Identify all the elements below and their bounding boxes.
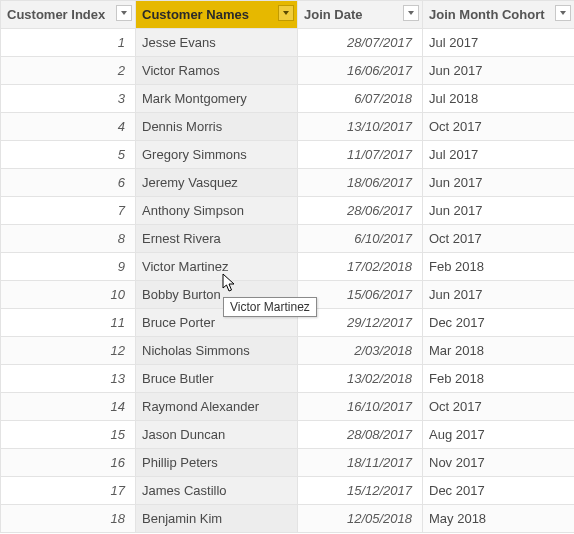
cell-index[interactable]: 13 xyxy=(1,365,136,393)
cell-name[interactable]: Jesse Evans xyxy=(136,29,298,57)
cell-index[interactable]: 3 xyxy=(1,85,136,113)
cell-name[interactable]: Victor Ramos xyxy=(136,57,298,85)
cell-name[interactable]: Jeremy Vasquez xyxy=(136,169,298,197)
column-header-join-month-cohort[interactable]: Join Month Cohort xyxy=(423,1,575,29)
cell-cohort[interactable]: Aug 2017 xyxy=(423,421,575,449)
table-body: 1Jesse Evans28/07/2017Jul 20172Victor Ra… xyxy=(1,29,575,533)
cell-cohort[interactable]: Jun 2017 xyxy=(423,197,575,225)
cell-cohort[interactable]: Jul 2017 xyxy=(423,29,575,57)
cell-date[interactable]: 18/11/2017 xyxy=(298,449,423,477)
cell-date[interactable]: 28/08/2017 xyxy=(298,421,423,449)
cell-index[interactable]: 15 xyxy=(1,421,136,449)
cell-name[interactable]: Dennis Morris xyxy=(136,113,298,141)
cell-name[interactable]: Jason Duncan xyxy=(136,421,298,449)
table-row[interactable]: 17James Castillo15/12/2017Dec 2017 xyxy=(1,477,575,505)
chevron-down-icon xyxy=(282,9,290,17)
cell-date[interactable]: 16/10/2017 xyxy=(298,393,423,421)
cell-date[interactable]: 2/03/2018 xyxy=(298,337,423,365)
cell-index[interactable]: 6 xyxy=(1,169,136,197)
table-row[interactable]: 6Jeremy Vasquez18/06/2017Jun 2017 xyxy=(1,169,575,197)
table-row[interactable]: 8Ernest Rivera6/10/2017Oct 2017 xyxy=(1,225,575,253)
table-row[interactable]: 2Victor Ramos16/06/2017Jun 2017 xyxy=(1,57,575,85)
table-row[interactable]: 9Victor Martinez17/02/2018Feb 2018 xyxy=(1,253,575,281)
cell-index[interactable]: 18 xyxy=(1,505,136,533)
table-row[interactable]: 3Mark Montgomery6/07/2018Jul 2018 xyxy=(1,85,575,113)
cell-date[interactable]: 17/02/2018 xyxy=(298,253,423,281)
cell-index[interactable]: 16 xyxy=(1,449,136,477)
cell-index[interactable]: 10 xyxy=(1,281,136,309)
cell-name[interactable]: Mark Montgomery xyxy=(136,85,298,113)
cell-cohort[interactable]: Oct 2017 xyxy=(423,393,575,421)
cell-date[interactable]: 12/05/2018 xyxy=(298,505,423,533)
cell-cohort[interactable]: Oct 2017 xyxy=(423,225,575,253)
column-filter-dropdown[interactable] xyxy=(403,5,419,21)
column-label: Join Month Cohort xyxy=(429,7,545,22)
cell-date[interactable]: 15/12/2017 xyxy=(298,477,423,505)
table-row[interactable]: 13Bruce Butler13/02/2018Feb 2018 xyxy=(1,365,575,393)
cell-name[interactable]: Raymond Alexander xyxy=(136,393,298,421)
cell-cohort[interactable]: Oct 2017 xyxy=(423,113,575,141)
cell-name[interactable]: Bruce Butler xyxy=(136,365,298,393)
cell-index[interactable]: 1 xyxy=(1,29,136,57)
cell-cohort[interactable]: Nov 2017 xyxy=(423,449,575,477)
chevron-down-icon xyxy=(559,9,567,17)
cell-cohort[interactable]: Dec 2017 xyxy=(423,477,575,505)
column-header-customer-index[interactable]: Customer Index xyxy=(1,1,136,29)
cell-cohort[interactable]: Jun 2017 xyxy=(423,57,575,85)
table-row[interactable]: 12Nicholas Simmons2/03/2018Mar 2018 xyxy=(1,337,575,365)
column-header-customer-names[interactable]: Customer Names xyxy=(136,1,298,29)
cell-name[interactable]: Gregory Simmons xyxy=(136,141,298,169)
cell-name[interactable]: Phillip Peters xyxy=(136,449,298,477)
cell-date[interactable]: 6/07/2018 xyxy=(298,85,423,113)
cell-date[interactable]: 13/02/2018 xyxy=(298,365,423,393)
column-header-join-date[interactable]: Join Date xyxy=(298,1,423,29)
cell-date[interactable]: 13/10/2017 xyxy=(298,113,423,141)
cell-date[interactable]: 18/06/2017 xyxy=(298,169,423,197)
cell-name[interactable]: Anthony Simpson xyxy=(136,197,298,225)
cell-index[interactable]: 8 xyxy=(1,225,136,253)
cell-date[interactable]: 6/10/2017 xyxy=(298,225,423,253)
cell-index[interactable]: 4 xyxy=(1,113,136,141)
table-row[interactable]: 16Phillip Peters18/11/2017Nov 2017 xyxy=(1,449,575,477)
cell-cohort[interactable]: Dec 2017 xyxy=(423,309,575,337)
cell-cohort[interactable]: Jul 2017 xyxy=(423,141,575,169)
cell-cohort[interactable]: Jun 2017 xyxy=(423,281,575,309)
cell-cohort[interactable]: Jul 2018 xyxy=(423,85,575,113)
cell-index[interactable]: 17 xyxy=(1,477,136,505)
cell-name[interactable]: Nicholas Simmons xyxy=(136,337,298,365)
cell-cohort[interactable]: Feb 2018 xyxy=(423,253,575,281)
column-label: Customer Index xyxy=(7,7,105,22)
table-row[interactable]: 15Jason Duncan28/08/2017Aug 2017 xyxy=(1,421,575,449)
cell-date[interactable]: 16/06/2017 xyxy=(298,57,423,85)
cell-index[interactable]: 5 xyxy=(1,141,136,169)
cell-index[interactable]: 7 xyxy=(1,197,136,225)
cell-date[interactable]: 28/07/2017 xyxy=(298,29,423,57)
table-row[interactable]: 14Raymond Alexander16/10/2017Oct 2017 xyxy=(1,393,575,421)
chevron-down-icon xyxy=(120,9,128,17)
table-row[interactable]: 7Anthony Simpson28/06/2017Jun 2017 xyxy=(1,197,575,225)
cell-tooltip: Victor Martinez xyxy=(223,297,317,317)
cell-index[interactable]: 12 xyxy=(1,337,136,365)
cell-index[interactable]: 2 xyxy=(1,57,136,85)
table-row[interactable]: 18Benjamin Kim12/05/2018May 2018 xyxy=(1,505,575,533)
table-row[interactable]: 4Dennis Morris13/10/2017Oct 2017 xyxy=(1,113,575,141)
cell-name[interactable]: James Castillo xyxy=(136,477,298,505)
cell-index[interactable]: 9 xyxy=(1,253,136,281)
cell-date[interactable]: 28/06/2017 xyxy=(298,197,423,225)
cell-index[interactable]: 14 xyxy=(1,393,136,421)
table-row[interactable]: 5Gregory Simmons11/07/2017Jul 2017 xyxy=(1,141,575,169)
cell-cohort[interactable]: May 2018 xyxy=(423,505,575,533)
column-filter-dropdown[interactable] xyxy=(116,5,132,21)
cell-index[interactable]: 11 xyxy=(1,309,136,337)
column-filter-dropdown[interactable] xyxy=(555,5,571,21)
cell-cohort[interactable]: Feb 2018 xyxy=(423,365,575,393)
cell-name[interactable]: Benjamin Kim xyxy=(136,505,298,533)
cell-cohort[interactable]: Jun 2017 xyxy=(423,169,575,197)
cell-name[interactable]: Ernest Rivera xyxy=(136,225,298,253)
table-row[interactable]: 1Jesse Evans28/07/2017Jul 2017 xyxy=(1,29,575,57)
cell-cohort[interactable]: Mar 2018 xyxy=(423,337,575,365)
column-filter-dropdown[interactable] xyxy=(278,5,294,21)
cell-date[interactable]: 11/07/2017 xyxy=(298,141,423,169)
cell-name[interactable]: Victor Martinez xyxy=(136,253,298,281)
column-label: Join Date xyxy=(304,7,363,22)
